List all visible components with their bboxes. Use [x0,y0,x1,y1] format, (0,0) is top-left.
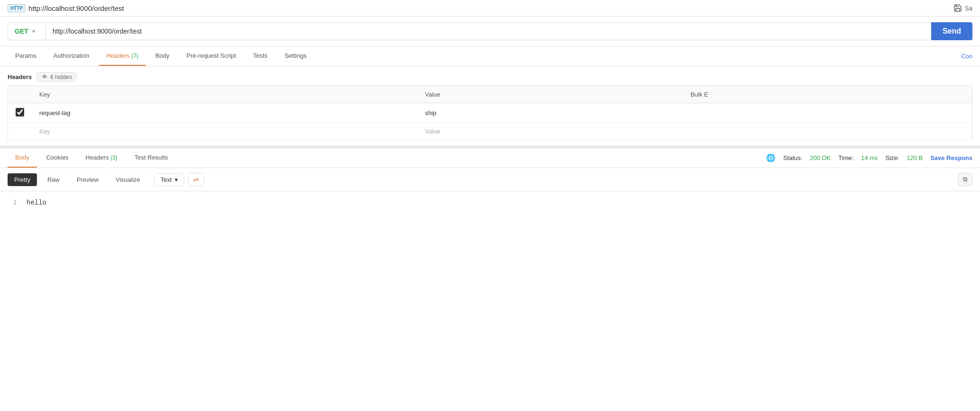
response-meta: 🌐 Status: 200 OK Time: 14 ms Size: 120 B… [766,153,972,162]
cookies-link[interactable]: Coo [961,53,972,60]
tab-params[interactable]: Params [8,46,44,66]
line-number: 1 [8,199,17,206]
globe-icon[interactable]: 🌐 [766,153,775,162]
key-cell[interactable]: request-tag [32,103,418,123]
top-bar: HTTP http://localhost:9000/order/test Sa [0,0,980,17]
tab-tests[interactable]: Tests [246,46,275,66]
checkbox-cell[interactable] [8,103,32,123]
hidden-count: 6 hidden [50,74,72,80]
header-checkbox[interactable] [16,108,24,116]
format-visualize[interactable]: Visualize [109,173,147,186]
empty-value-cell[interactable]: Value [418,123,683,140]
response-section: Body Cookies Headers (3) Test Results 🌐 … [0,148,980,214]
col-key: Key [32,86,418,103]
col-bulk: Bulk E [683,86,972,103]
response-tab-test-results[interactable]: Test Results [127,148,176,168]
status-label: Status: [783,154,802,161]
col-checkbox [8,86,32,103]
table-row: request-tag ship [8,103,972,123]
response-tab-headers[interactable]: Headers (3) [78,148,125,168]
time-label: Time: [838,154,854,161]
tab-settings[interactable]: Settings [277,46,314,66]
response-headers-badge: (3) [110,154,117,161]
text-dropdown[interactable]: Text ▾ [154,173,184,186]
hidden-badge[interactable]: 👁 6 hidden [36,72,77,82]
format-preview[interactable]: Preview [70,173,105,186]
save-button[interactable]: Sa [953,4,972,12]
code-area: 1 hello [0,191,980,214]
time-value: 14 ms [861,154,878,161]
tab-headers[interactable]: Headers (7) [99,46,146,66]
http-badge: HTTP http://localhost:9000/order/test [8,4,124,12]
text-dropdown-label: Text [160,176,172,183]
status-value: 200 OK [810,154,831,161]
top-url: http://localhost:9000/order/test [28,4,124,12]
wrap-button[interactable]: ⇌ [188,173,204,186]
chevron-down-icon: ▾ [32,28,35,35]
bulk-cell [683,103,972,123]
table-row-empty: Key Value [8,123,972,140]
empty-key-cell[interactable]: Key [32,123,418,140]
headers-badge: (7) [131,53,138,59]
headers-label: Headers [8,73,32,80]
chevron-down-icon: ▾ [175,176,178,183]
format-pretty[interactable]: Pretty [8,173,37,186]
headers-table: Key Value Bulk E request-tag ship Key Va… [8,86,972,140]
send-button[interactable]: Send [931,22,972,40]
format-raw[interactable]: Raw [41,173,66,186]
response-tabs: Body Cookies Headers (3) Test Results 🌐 … [0,148,980,168]
save-response-button[interactable]: Save Respons [930,154,972,161]
http-icon: HTTP [8,4,26,12]
method-selector[interactable]: GET ▾ [8,22,45,40]
response-tab-body[interactable]: Body [8,148,37,168]
request-bar: GET ▾ Send [0,17,980,46]
headers-section: Headers 👁 6 hidden Key Value Bulk E requ… [0,66,980,146]
request-tabs: Params Authorization Headers (7) Body Pr… [0,46,980,66]
tab-prerequest[interactable]: Pre-request Script [179,46,244,66]
save-icon [953,4,962,12]
wrap-icon: ⇌ [193,176,199,183]
size-label: Size: [885,154,899,161]
tab-body[interactable]: Body [148,46,177,66]
size-value: 120 B [907,154,923,161]
copy-button[interactable]: ⧉ [958,173,972,186]
response-tab-cookies[interactable]: Cookies [39,148,76,168]
url-input[interactable] [45,22,931,40]
value-cell[interactable]: ship [418,103,683,123]
empty-checkbox-cell [8,123,32,140]
col-value: Value [418,86,683,103]
method-label: GET [15,27,28,35]
tab-authorization[interactable]: Authorization [46,46,97,66]
code-content: hello [27,199,46,206]
body-format-row: Pretty Raw Preview Visualize Text ▾ ⇌ ⧉ [0,168,980,191]
save-label: Sa [965,5,972,12]
eye-icon: 👁 [42,73,48,80]
copy-icon: ⧉ [963,176,967,183]
